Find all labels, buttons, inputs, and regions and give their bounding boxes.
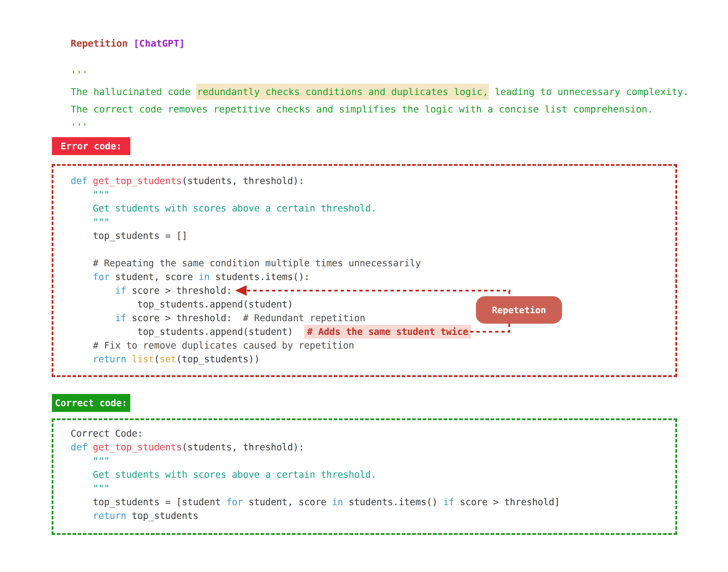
text-line: """ (71, 482, 675, 495)
repetition-badge: Repetetion (476, 296, 562, 324)
text-segment-desc: leading to unnecessary complexity. (489, 86, 689, 97)
page-title: Repetition[ChatGPT] (71, 38, 185, 49)
text-line: # Repeating the same condition multiple … (71, 256, 675, 270)
text-segment-cmt: # Redundant repetition (243, 313, 365, 324)
text-line: def get_top_students(students, threshold… (71, 440, 675, 454)
text-segment-deschl: redundantly checks conditions and duplic… (196, 84, 489, 100)
text-segment-code: score > threshold: (126, 313, 243, 324)
text-line: The correct code removes repetitive chec… (71, 100, 689, 118)
text-segment-kw: def (71, 442, 87, 452)
text-segment-code: top_students = [student (71, 497, 226, 507)
text-segment-code: (top_students)) (176, 354, 259, 365)
connector-tick-top (508, 291, 510, 296)
text-segment-code: student, score (110, 272, 198, 282)
text-segment-doc: """ (71, 455, 110, 466)
text-line: ''' (71, 118, 689, 135)
badge-label: Repetetion (492, 305, 546, 315)
text-segment-code: top_students.append(student) (71, 327, 304, 337)
text-segment-desc: ''' (71, 69, 88, 80)
text-segment-code: students.items(): (209, 272, 310, 282)
text-segment-code: top_students = [] (71, 230, 187, 241)
text-line (71, 242, 675, 256)
text-segment-code (87, 175, 93, 186)
text-segment-doc: Get students with scores above a certain… (71, 203, 376, 214)
text-segment-code (126, 354, 132, 365)
text-line: top_students.append(student) (71, 297, 675, 311)
text-line: if score > threshold: # Redundant repeti… (71, 311, 675, 325)
text-segment-code: (students, threshold): (182, 442, 304, 452)
text-line: Correct Code: (71, 427, 675, 440)
connector-tick-bottom (508, 324, 510, 331)
text-segment-doc: Get students with scores above a certain… (71, 469, 376, 480)
text-segment-desc: The correct code removes repetitive chec… (71, 104, 653, 115)
text-line: top_students = [student for student, sco… (71, 495, 675, 509)
text-segment-code (71, 510, 93, 521)
text-segment-desc: ''' (71, 121, 88, 132)
text-segment-kw: for (226, 497, 243, 507)
text-segment-kw: if (115, 313, 126, 324)
text-segment-code (71, 313, 115, 324)
text-segment-kw: for (93, 272, 110, 282)
arrow-left-icon (235, 285, 247, 296)
text-segment-builtin: set (160, 354, 176, 365)
text-segment-builtin: list (132, 354, 154, 365)
text-segment-code: students.items() (343, 497, 443, 507)
text-segment-code: score > threshold] (454, 497, 560, 507)
text-segment-code: score > threshold: (126, 285, 232, 296)
text-segment-cmt: # Repeating the same condition multiple … (71, 258, 421, 269)
text-segment-desc: The hallucinated code (71, 86, 196, 97)
text-segment-doc: """ (71, 189, 110, 200)
text-segment-kw: return (93, 354, 126, 365)
text-segment-code (71, 272, 93, 282)
text-line: The hallucinated code redundantly checks… (71, 83, 689, 100)
text-segment-kw: if (443, 497, 454, 507)
text-line: for student, score in students.items(): (71, 270, 675, 284)
error-code-box: def get_top_students(students, threshold… (52, 164, 677, 377)
text-line: Get students with scores above a certain… (71, 202, 675, 215)
text-segment-code (71, 354, 93, 365)
text-segment-code: ( (154, 354, 160, 365)
correct-code-box: Correct Code:def get_top_students(studen… (52, 418, 677, 535)
text-segment-doc: """ (71, 217, 110, 227)
text-line: top_students = [] (71, 229, 675, 242)
text-segment-kw: in (332, 497, 343, 507)
text-line: ''' (71, 66, 689, 83)
text-segment-code: top_students (126, 510, 199, 521)
connector-line-top (247, 290, 510, 291)
text-segment-code: Correct Code: (71, 428, 143, 439)
description-block: '''The hallucinated code redundantly che… (71, 66, 689, 135)
text-segment-kw: if (115, 285, 126, 296)
text-segment-cmt: # Fix to remove duplicates caused by rep… (71, 340, 354, 351)
text-segment-fn: get_top_students (93, 175, 182, 186)
text-segment-code (87, 442, 93, 452)
text-segment-fn: get_top_students (93, 442, 182, 452)
text-segment-kw: in (198, 272, 209, 282)
source-label: [ChatGPT] (133, 38, 185, 49)
text-segment-kw: def (71, 175, 87, 186)
error-code-label: Error code: (52, 137, 130, 155)
text-segment-code (71, 285, 115, 296)
correct-code-label: Correct code: (52, 394, 130, 412)
text-line: return list(set(top_students)) (71, 352, 675, 366)
text-line: return top_students (71, 509, 675, 523)
text-segment-code: student, score (243, 497, 332, 507)
text-segment-hlcmt: # Adds the same student twice (304, 325, 472, 339)
text-segment-kw: return (93, 510, 126, 521)
text-line: Get students with scores above a certain… (71, 468, 675, 482)
text-line: """ (71, 188, 675, 202)
text-line: top_students.append(student) # Adds the … (71, 325, 675, 339)
text-line: """ (71, 454, 675, 468)
connector-line-bottom (470, 331, 510, 333)
text-line: """ (71, 215, 675, 229)
text-segment-doc: """ (71, 483, 110, 494)
text-line: def get_top_students(students, threshold… (71, 174, 675, 188)
text-segment-code: top_students.append(student) (71, 299, 293, 310)
text-segment-code: (students, threshold): (182, 175, 304, 186)
text-line: # Fix to remove duplicates caused by rep… (71, 339, 675, 352)
error-type-label: Repetition (71, 38, 128, 49)
